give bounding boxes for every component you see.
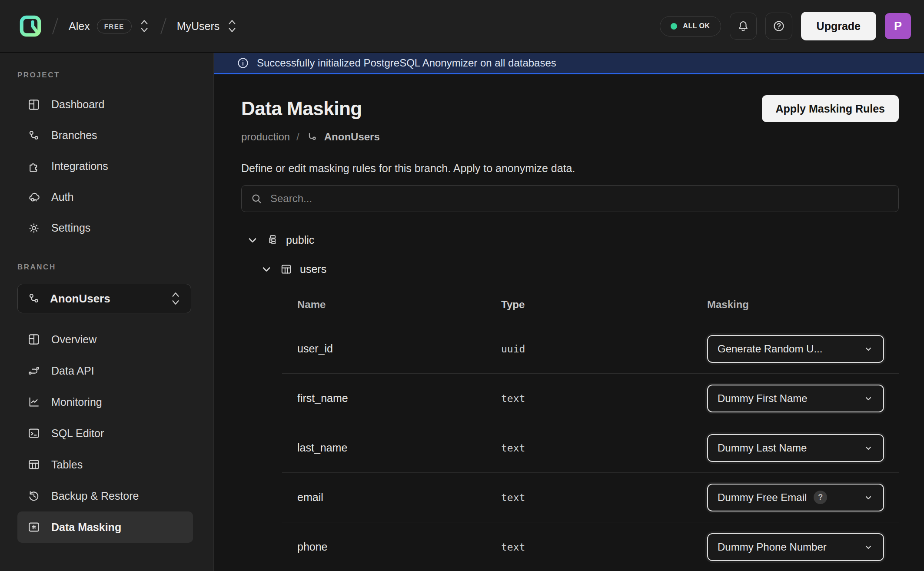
breadcrumb-slash-icon bbox=[160, 18, 166, 35]
main-content: Successfully initialized PostgreSQL Anon… bbox=[214, 53, 924, 571]
neon-logo-icon[interactable] bbox=[19, 15, 42, 37]
schema-collapse-toggle[interactable] bbox=[246, 234, 259, 246]
help-button[interactable] bbox=[765, 13, 792, 40]
org-switcher[interactable]: Alex FREE bbox=[69, 18, 150, 34]
project-nav: Dashboard Branches Integrations Auth bbox=[17, 89, 213, 243]
help-badge[interactable]: ? bbox=[814, 491, 827, 504]
avatar[interactable]: P bbox=[885, 13, 911, 39]
success-banner: Successfully initialized PostgreSQL Anon… bbox=[214, 53, 924, 74]
column-header-masking: Masking bbox=[707, 299, 899, 311]
masking-select[interactable]: Generate Random U... bbox=[707, 335, 884, 363]
chevron-updown-icon bbox=[139, 18, 150, 34]
breadcrumb-slash-icon bbox=[52, 18, 58, 35]
branch-nav: Overview Data API Monitoring SQL Edi bbox=[17, 324, 213, 543]
sidebar-item-overview[interactable]: Overview bbox=[17, 324, 193, 355]
terminal-window-icon bbox=[27, 427, 40, 440]
page-title: Data Masking bbox=[241, 98, 362, 120]
column-type: text bbox=[501, 442, 707, 454]
git-branch-icon bbox=[27, 292, 40, 305]
branch-section-label: BRANCH bbox=[17, 263, 213, 272]
branch-selector[interactable]: AnonUsers bbox=[17, 284, 191, 313]
table-icon bbox=[280, 263, 292, 276]
page-description: Define or edit masking rules for this br… bbox=[241, 162, 899, 175]
sidebar-item-label: SQL Editor bbox=[51, 427, 104, 440]
chevron-down-icon bbox=[863, 393, 874, 404]
column-name: user_id bbox=[282, 342, 501, 355]
status-badge[interactable]: ALL OK bbox=[660, 16, 721, 37]
sidebar-item-label: Integrations bbox=[51, 160, 108, 173]
project-name: MyUsers bbox=[177, 20, 220, 33]
project-switcher[interactable]: MyUsers bbox=[177, 18, 238, 34]
sidebar-item-label: Settings bbox=[51, 222, 90, 234]
gear-icon bbox=[27, 222, 40, 235]
column-name: email bbox=[282, 491, 501, 504]
tree-row-table: users bbox=[260, 263, 899, 276]
column-type: text bbox=[501, 492, 707, 503]
chart-line-icon bbox=[27, 395, 40, 408]
masking-select[interactable]: Dummy Free Email ? bbox=[707, 484, 884, 511]
sidebar-item-data-api[interactable]: Data API bbox=[17, 355, 193, 386]
apply-masking-rules-button[interactable]: Apply Masking Rules bbox=[762, 95, 899, 122]
masking-select[interactable]: Dummy Last Name bbox=[707, 434, 884, 462]
chevron-down-icon bbox=[863, 443, 874, 453]
topbar: Alex FREE MyUsers ALL OK bbox=[0, 0, 924, 53]
chevron-down-icon bbox=[260, 263, 273, 276]
chevron-updown-icon bbox=[170, 291, 181, 306]
breadcrumb-separator: / bbox=[296, 131, 299, 143]
table-row: phone text Dummy Phone Number bbox=[282, 522, 899, 571]
git-branch-icon bbox=[27, 129, 40, 142]
banner-message: Successfully initialized PostgreSQL Anon… bbox=[257, 57, 556, 69]
table-row: user_id uuid Generate Random U... bbox=[282, 324, 899, 374]
masking-select-value: Dummy Free Email bbox=[718, 491, 807, 504]
child-branch-icon bbox=[306, 131, 318, 143]
sidebar-item-label: Tables bbox=[51, 458, 83, 471]
chevron-down-icon bbox=[863, 542, 874, 552]
sidebar-item-sql-editor[interactable]: SQL Editor bbox=[17, 418, 193, 449]
masking-select[interactable]: Dummy First Name bbox=[707, 385, 884, 412]
sidebar-item-label: Auth bbox=[51, 191, 73, 203]
branch-selected-name: AnonUsers bbox=[50, 292, 110, 305]
masking-select[interactable]: Dummy Phone Number bbox=[707, 533, 884, 561]
route-icon bbox=[27, 364, 40, 377]
sidebar-item-branches[interactable]: Branches bbox=[17, 120, 193, 151]
project-section-label: PROJECT bbox=[17, 71, 60, 79]
sidebar-item-label: Data Masking bbox=[51, 521, 121, 534]
search-input[interactable] bbox=[270, 193, 890, 205]
breadcrumb-current[interactable]: AnonUsers bbox=[324, 131, 380, 143]
masking-select-value: Generate Random U... bbox=[718, 343, 822, 355]
schema-name[interactable]: public bbox=[286, 234, 314, 246]
column-type: text bbox=[501, 541, 707, 553]
table-name[interactable]: users bbox=[300, 263, 326, 276]
sidebar-item-settings[interactable]: Settings bbox=[17, 212, 193, 243]
sidebar-item-dashboard[interactable]: Dashboard bbox=[17, 89, 193, 120]
sidebar-item-label: Branches bbox=[51, 129, 97, 142]
sidebar-item-auth[interactable]: Auth bbox=[17, 182, 193, 212]
table-row: first_name text Dummy First Name bbox=[282, 374, 899, 423]
sidebar-item-tables[interactable]: Tables bbox=[17, 449, 193, 480]
status-dot-icon bbox=[671, 23, 677, 30]
sidebar-item-integrations[interactable]: Integrations bbox=[17, 151, 193, 182]
chevron-down-icon bbox=[246, 234, 259, 246]
info-icon bbox=[236, 56, 249, 70]
sidebar-item-data-masking[interactable]: Data Masking bbox=[17, 511, 193, 543]
sidebar-item-label: Overview bbox=[51, 333, 96, 346]
puzzle-icon bbox=[27, 160, 40, 173]
status-label: ALL OK bbox=[683, 22, 710, 30]
table-row: last_name text Dummy Last Name bbox=[282, 423, 899, 473]
masking-select-value: Dummy First Name bbox=[718, 392, 808, 405]
sidebar-item-monitoring[interactable]: Monitoring bbox=[17, 386, 193, 418]
cloud-key-icon bbox=[27, 191, 40, 204]
sidebar-item-backup-restore[interactable]: Backup & Restore bbox=[17, 480, 193, 511]
table-collapse-toggle[interactable] bbox=[260, 263, 273, 276]
question-circle-icon bbox=[772, 20, 785, 33]
upgrade-button[interactable]: Upgrade bbox=[801, 12, 876, 40]
chevron-down-icon bbox=[863, 344, 874, 354]
search-icon bbox=[250, 193, 263, 205]
breadcrumb-parent[interactable]: production bbox=[241, 131, 290, 143]
sidebar-item-label: Dashboard bbox=[51, 98, 104, 111]
column-type: uuid bbox=[501, 343, 707, 355]
sidebar-item-label: Data API bbox=[51, 365, 94, 377]
mask-window-icon bbox=[27, 521, 40, 534]
notifications-button[interactable] bbox=[730, 13, 757, 40]
column-name: phone bbox=[282, 541, 501, 553]
